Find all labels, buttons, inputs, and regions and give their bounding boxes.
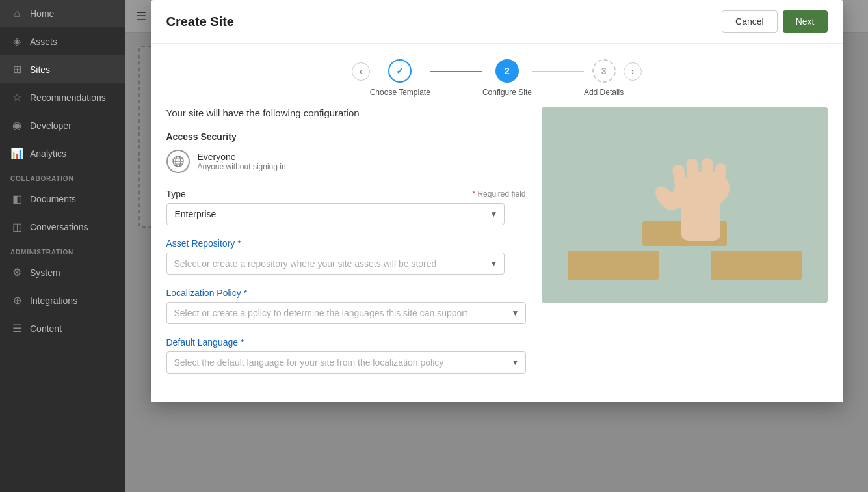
developer-icon: ◉ [10, 119, 23, 131]
home-icon: ⌂ [10, 8, 23, 20]
content-icon: ☰ [10, 322, 23, 335]
svg-rect-12 [700, 158, 713, 198]
modal-header: Create Site Cancel Next [151, 0, 843, 44]
recommendations-icon: ☆ [10, 91, 23, 103]
sidebar-item-conversations[interactable]: ◫ Conversations [0, 213, 125, 241]
system-icon: ⚙ [10, 266, 23, 279]
config-layout: Your site will have the following config… [166, 107, 828, 387]
step-circle-1: ✓ [388, 59, 412, 83]
sidebar-item-developer[interactable]: ◉ Developer [0, 111, 125, 139]
main-content-area: ☰ Site Create Site Cancel Next ‹ ✓ Choos… [125, 0, 868, 492]
localization-label-row: Localization Policy* [166, 288, 526, 298]
sidebar-item-system[interactable]: ⚙ System [0, 258, 125, 286]
sidebar-item-system-label: System [30, 267, 60, 278]
assets-icon: ◈ [10, 35, 23, 48]
sidebar-item-recommendations[interactable]: ☆ Recommendations [0, 83, 125, 111]
default-language-select[interactable] [166, 351, 526, 374]
modal-header-buttons: Cancel Next [722, 10, 827, 33]
sidebar-item-developer-label: Developer [30, 120, 72, 131]
default-lang-label-row: Default Language* [166, 337, 526, 348]
type-label: Type [166, 189, 186, 199]
sidebar-item-home[interactable]: ⌂ Home [0, 0, 125, 27]
stepper-prev-button[interactable]: ‹ [352, 62, 370, 81]
step-label-2: Configure Site [482, 88, 532, 97]
sidebar-item-integrations[interactable]: ⊕ Integrations [0, 286, 125, 314]
default-lang-select-wrapper[interactable]: Select the default language for your sit… [166, 351, 526, 374]
config-image [542, 107, 828, 303]
type-group: Type * Required field Enterprise Starter… [166, 189, 526, 225]
svg-rect-6 [568, 251, 659, 280]
sidebar-item-recommendations-label: Recommendations [30, 92, 106, 103]
sidebar-item-content-label: Content [30, 323, 62, 334]
config-description: Your site will have the following config… [166, 107, 526, 118]
sidebar-item-documents[interactable]: ◧ Documents [0, 185, 125, 213]
access-info: Everyone Anyone without signing in [198, 152, 286, 171]
default-language-group: Default Language* Select the default lan… [166, 337, 526, 374]
asset-repo-label-row: Asset Repository* [166, 238, 526, 249]
sidebar-item-home-label: Home [30, 8, 54, 19]
cancel-button[interactable]: Cancel [722, 10, 778, 33]
access-name: Everyone [198, 152, 286, 162]
localization-policy-label: Localization Policy* [166, 288, 248, 298]
localization-select-wrapper[interactable]: Select or create a policy to determine t… [166, 302, 526, 324]
required-field-note: * Required field [472, 189, 525, 198]
collaboration-section-label: COLLABORATION [0, 167, 125, 185]
access-security-group: Access Security [166, 131, 526, 173]
sidebar-item-analytics[interactable]: 📊 Analytics [0, 139, 125, 167]
sites-icon: ⊞ [10, 63, 23, 75]
create-site-modal: Create Site Cancel Next ‹ ✓ Choose Templ… [151, 0, 843, 402]
conversations-icon: ◫ [10, 221, 23, 233]
step-circle-2: 2 [495, 59, 519, 83]
step-label-3: Add Details [584, 88, 624, 97]
documents-icon: ◧ [10, 193, 23, 205]
stepper-next-button[interactable]: › [624, 62, 642, 81]
svg-rect-7 [711, 251, 802, 280]
type-label-row: Type * Required field [166, 189, 526, 199]
access-sub: Anyone without signing in [198, 162, 286, 171]
administration-section-label: ADMINISTRATION [0, 241, 125, 258]
stepper: ‹ ✓ Choose Template 2 Configure Site 3 A… [151, 44, 843, 107]
step-configure-site: 2 Configure Site [482, 59, 532, 97]
step-choose-template: ✓ Choose Template [370, 59, 430, 97]
access-security-title: Access Security [166, 131, 526, 142]
modal-body: Your site will have the following config… [151, 107, 843, 402]
step-connector-1 [430, 71, 482, 72]
globe-icon [166, 150, 190, 173]
modal-overlay: Create Site Cancel Next ‹ ✓ Choose Templ… [125, 0, 868, 492]
svg-rect-15 [681, 202, 720, 241]
default-language-label: Default Language* [166, 337, 244, 348]
integrations-icon: ⊕ [10, 294, 23, 307]
asset-repo-select-wrapper[interactable]: Select or create a repository where your… [166, 253, 505, 275]
localization-select[interactable] [166, 302, 526, 324]
sidebar-item-sites-label: Sites [30, 64, 50, 75]
type-select-wrapper: Enterprise Starter Professional ▼ [166, 203, 505, 225]
sidebar-item-documents-label: Documents [30, 194, 76, 204]
access-security-row: Everyone Anyone without signing in [166, 150, 526, 173]
config-right [542, 107, 828, 387]
step-connector-2 [532, 71, 584, 72]
sidebar-item-integrations-label: Integrations [30, 295, 77, 306]
analytics-icon: 📊 [10, 147, 23, 159]
config-left: Your site will have the following config… [166, 107, 526, 387]
sidebar-item-analytics-label: Analytics [30, 148, 66, 159]
sidebar-item-assets-label: Assets [30, 36, 57, 47]
step-label-1: Choose Template [370, 88, 430, 97]
sidebar-item-conversations-label: Conversations [30, 222, 88, 232]
sidebar-item-assets[interactable]: ◈ Assets [0, 27, 125, 55]
next-button[interactable]: Next [783, 10, 828, 33]
type-select[interactable]: Enterprise Starter Professional [166, 203, 505, 225]
modal-title: Create Site [166, 14, 235, 29]
localization-policy-group: Localization Policy* Select or create a … [166, 288, 526, 324]
step-circle-3: 3 [592, 59, 616, 83]
sidebar-item-content[interactable]: ☰ Content [0, 314, 125, 342]
sidebar-item-sites[interactable]: ⊞ Sites [0, 55, 125, 83]
asset-repository-group: Asset Repository* Select or create a rep… [166, 238, 526, 275]
asset-repo-label: Asset Repository* [166, 238, 241, 249]
step-add-details: 3 Add Details [584, 59, 624, 97]
asset-repo-select[interactable] [166, 253, 505, 275]
sidebar: ⌂ Home ◈ Assets ⊞ Sites ☆ Recommendation… [0, 0, 125, 492]
